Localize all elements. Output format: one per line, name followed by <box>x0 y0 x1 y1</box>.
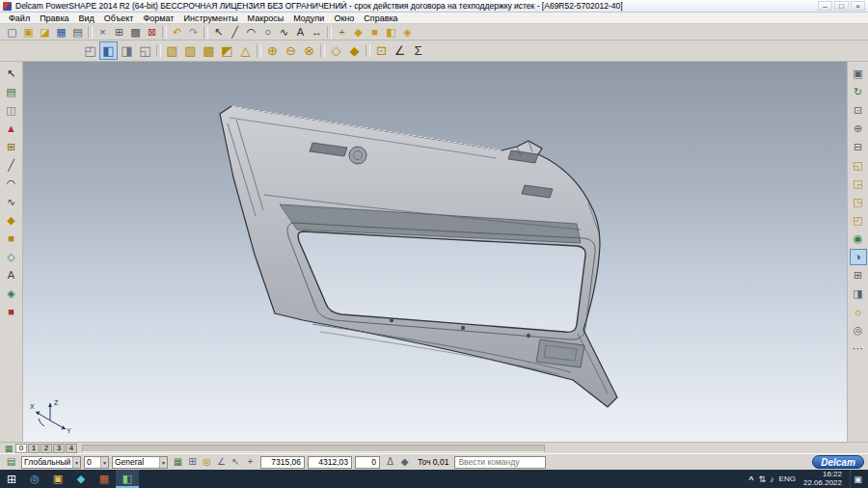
delete-icon[interactable]: ⊠ <box>144 25 160 40</box>
command-input[interactable] <box>454 456 546 469</box>
view-front-icon[interactable]: ◲ <box>850 176 867 192</box>
alert-icon[interactable]: ▲ <box>3 121 20 137</box>
measure-icon[interactable]: ∠ <box>391 41 409 60</box>
select-cursor-icon[interactable]: ↖ <box>3 66 20 82</box>
menu-item[interactable]: Файл <box>4 14 35 23</box>
style-select[interactable]: General ▾ <box>112 456 168 469</box>
dimension-icon[interactable]: ↔ <box>309 25 325 40</box>
zoom-in-icon[interactable]: ⊕ <box>850 121 867 137</box>
solid-sweep-icon[interactable]: ◩ <box>218 41 236 60</box>
coordinate-y-field[interactable]: 4312,03 <box>308 456 352 469</box>
angle-snap-icon[interactable]: ∠ <box>214 456 229 469</box>
curve-tool-icon[interactable]: ∿ <box>3 194 20 210</box>
taskbar-app-explorer[interactable]: ▣ <box>46 470 69 488</box>
view-side-icon[interactable]: ◳ <box>850 194 867 210</box>
select-arrow-icon[interactable]: ↖ <box>210 25 227 40</box>
circle-icon[interactable]: ○ <box>259 25 276 40</box>
levels-toggle-icon[interactable]: ▦ <box>171 456 185 469</box>
workplane-tool-icon[interactable]: ⊞ <box>3 139 20 155</box>
model-tree-icon[interactable]: ▤ <box>3 84 20 100</box>
page-view-icon[interactable]: ▣ <box>850 66 867 82</box>
line-icon[interactable]: ╱ <box>227 25 243 40</box>
language-indicator[interactable]: ENG <box>779 474 796 483</box>
stop-icon[interactable]: ■ <box>3 304 20 320</box>
import-icon[interactable]: ◪ <box>37 25 53 40</box>
surface-network-icon[interactable]: ◇ <box>327 41 345 60</box>
symbol-tool-icon[interactable]: ◈ <box>3 285 20 302</box>
taskbar-app-browser[interactable]: ◎ <box>23 470 46 488</box>
pick-filter-icon[interactable]: ◰ <box>81 41 99 60</box>
more-tools-icon[interactable]: ⋯ <box>850 340 867 357</box>
lock-coords-icon[interactable]: ◆ <box>397 456 412 469</box>
feature-icon[interactable]: ◧ <box>383 25 399 40</box>
camera-icon[interactable]: ◎ <box>850 322 867 339</box>
coordinate-z-field[interactable]: 0 <box>355 456 380 469</box>
level-tab[interactable]: 1 <box>28 444 40 453</box>
start-button[interactable]: ⊞ <box>0 470 23 488</box>
print-icon[interactable]: ▤ <box>69 25 86 40</box>
cut-icon[interactable]: × <box>95 25 111 40</box>
view-top-icon[interactable]: ◱ <box>850 157 867 174</box>
boolean-intersect-icon[interactable]: ⊗ <box>300 41 318 60</box>
level-tab[interactable]: 3 <box>53 444 65 453</box>
levels-strip[interactable] <box>82 445 545 452</box>
relative-coords-icon[interactable]: Δ <box>383 456 397 469</box>
section-view-icon[interactable]: ◨ <box>850 285 867 302</box>
paste-icon[interactable]: ▩ <box>127 25 144 40</box>
taskbar-app-powershape[interactable]: ◧ <box>116 470 139 488</box>
text-icon[interactable]: A <box>292 25 309 40</box>
save-icon[interactable]: ▦ <box>53 25 69 40</box>
curve-icon[interactable]: ∿ <box>276 25 292 40</box>
snap-toggle-icon[interactable]: ◎ <box>200 456 214 469</box>
grid-toggle-icon[interactable]: ⊞ <box>185 456 200 469</box>
clock[interactable]: 16:22 22.06.2022 <box>803 471 842 488</box>
shaded-view-icon[interactable]: ◧ <box>99 41 118 60</box>
tray-chevron-icon[interactable]: ^ <box>748 474 753 484</box>
boolean-subtract-icon[interactable]: ⊖ <box>282 41 300 60</box>
line-tool-icon[interactable]: ╱ <box>3 157 20 174</box>
shading-mode-icon[interactable]: ◑ <box>850 249 867 265</box>
level-tab[interactable]: 0 <box>15 444 27 453</box>
feature-hole-icon[interactable]: ⊡ <box>372 41 391 60</box>
cursor-snap-icon[interactable]: ↖ <box>229 456 243 469</box>
menu-item[interactable]: Правка <box>35 14 73 23</box>
action-center-icon[interactable]: ▣ <box>850 470 865 488</box>
assembly-icon[interactable]: ◈ <box>399 25 416 40</box>
solid-tool-icon[interactable]: ■ <box>3 230 20 247</box>
levels-icon[interactable]: ▦ <box>2 444 15 453</box>
redo-icon[interactable]: ↷ <box>185 25 202 40</box>
menu-item[interactable]: Инструменты <box>178 14 242 23</box>
zoom-box-icon[interactable]: ⊟ <box>850 139 867 155</box>
view-iso-icon[interactable]: ◰ <box>850 212 867 229</box>
boolean-union-icon[interactable]: ⊕ <box>263 41 282 60</box>
menu-item[interactable]: Справка <box>359 14 402 23</box>
close-button[interactable]: × <box>851 1 865 11</box>
workspace-icon[interactable]: ▤ <box>4 456 18 469</box>
menu-item[interactable]: Вид <box>74 14 99 23</box>
undo-icon[interactable]: ↶ <box>169 25 185 40</box>
level-tab[interactable]: 4 <box>66 444 77 453</box>
zoom-full-icon[interactable]: ⊡ <box>850 102 867 119</box>
arc-icon[interactable]: ◠ <box>243 25 259 40</box>
clipboard-icon[interactable]: ◫ <box>3 102 20 119</box>
taskbar-app-office[interactable]: ▦ <box>93 470 116 488</box>
menu-item[interactable]: Объект <box>99 14 139 23</box>
surface-extrude-icon[interactable]: ◆ <box>345 41 364 60</box>
menu-item[interactable]: Модули <box>288 14 329 23</box>
viewport-3d[interactable]: X Y Z <box>23 62 847 442</box>
workplane-icon[interactable]: + <box>334 25 350 40</box>
level-tab[interactable]: 2 <box>41 444 52 453</box>
new-model-icon[interactable]: ▢ <box>4 25 20 40</box>
annotation-tool-icon[interactable]: A <box>3 267 20 284</box>
open-model-icon[interactable]: ▣ <box>20 25 37 40</box>
maximize-button[interactable]: □ <box>834 1 849 11</box>
surface-icon[interactable]: ◆ <box>350 25 366 40</box>
coordinate-x-field[interactable]: 7315,06 <box>260 456 305 469</box>
level-spinner[interactable]: 0 ▾ <box>84 456 109 469</box>
solid-extrude-icon[interactable]: ▨ <box>181 41 200 60</box>
position-icon[interactable]: + <box>243 456 258 469</box>
volume-icon[interactable]: ♪ <box>770 474 774 484</box>
calculator-icon[interactable]: Σ <box>409 41 427 60</box>
solid-icon[interactable]: ■ <box>366 25 383 40</box>
dynamic-section-icon[interactable]: ◱ <box>136 41 154 60</box>
